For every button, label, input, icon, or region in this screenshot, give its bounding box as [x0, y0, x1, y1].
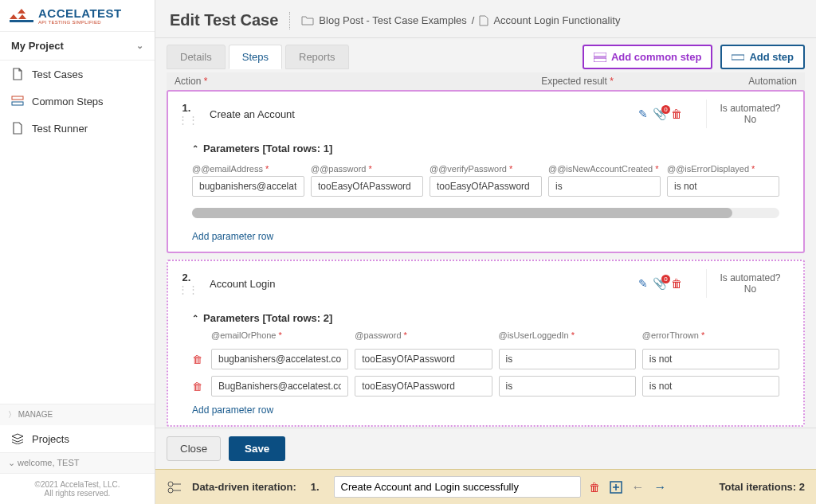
breadcrumb-item[interactable]: Blog Post - Test Case Examples: [319, 14, 466, 26]
sidebar-item-label: Test Cases: [32, 68, 83, 80]
tab-details[interactable]: Details: [167, 45, 226, 69]
sidebar-item-common-steps[interactable]: Common Steps: [0, 88, 155, 115]
save-button[interactable]: Save: [229, 436, 285, 461]
edit-icon[interactable]: ✎: [638, 277, 648, 290]
brand-name: ACCELATEST: [38, 6, 122, 20]
param-input-error[interactable]: [667, 176, 779, 197]
steps-icon: [11, 95, 24, 107]
sidebar-item-test-runner[interactable]: Test Runner: [0, 115, 155, 142]
runner-icon: [11, 122, 24, 135]
sidebar: ACCELATEST API TESTING SIMPLIFIED My Pro…: [0, 0, 155, 504]
param-input[interactable]: [642, 376, 779, 397]
prev-iteration-icon[interactable]: ←: [632, 480, 645, 494]
sidebar-item-label: Test Runner: [32, 123, 88, 135]
attachment-icon[interactable]: 📎0: [653, 107, 666, 120]
param-input-verify[interactable]: [430, 176, 542, 197]
param-input[interactable]: [642, 349, 779, 369]
param-input-created[interactable]: [548, 176, 661, 197]
parameters-toggle[interactable]: ⌃ Parameters [Total rows: 1]: [168, 136, 803, 161]
step-number: 2.: [182, 272, 191, 283]
breadcrumb-item[interactable]: Account Login Functionality: [493, 14, 620, 26]
iteration-number: 1.: [304, 479, 326, 495]
tab-steps[interactable]: Steps: [229, 45, 282, 69]
delete-row-icon[interactable]: 🗑: [192, 381, 205, 393]
iteration-total: Total iterations: 2: [720, 481, 805, 493]
drag-handle-icon[interactable]: ⋮⋮: [178, 114, 198, 126]
svg-rect-2: [594, 53, 606, 57]
footer-actions: Close Save: [155, 428, 816, 469]
horizontal-scrollbar[interactable]: [192, 208, 779, 218]
delete-iteration-icon[interactable]: 🗑: [589, 481, 600, 494]
step-icon: [732, 53, 744, 61]
iteration-label: Data-driven iteration:: [192, 481, 296, 493]
param-input[interactable]: [499, 349, 636, 369]
delete-icon[interactable]: 🗑: [671, 277, 682, 290]
logo: ACCELATEST API TESTING SIMPLIFIED: [0, 0, 155, 32]
svg-rect-3: [594, 58, 606, 62]
file-icon: [479, 15, 488, 26]
page-header: Edit Test Case Blog Post - Test Case Exa…: [155, 0, 816, 38]
drag-handle-icon[interactable]: ⋮⋮: [178, 283, 198, 295]
sidebar-item-label: Common Steps: [32, 96, 104, 107]
stack-icon: [11, 432, 24, 445]
copyright: ©2021 AccelaTest, LLC. All rights reserv…: [0, 473, 155, 504]
file-icon: [11, 68, 24, 80]
chevron-down-icon: ⌄: [136, 41, 143, 51]
param-input[interactable]: [211, 349, 348, 369]
delete-icon[interactable]: 🗑: [671, 107, 682, 120]
param-input[interactable]: [355, 376, 492, 397]
parameters-toggle[interactable]: ⌃ Parameters [Total rows: 2]: [168, 306, 803, 330]
step-card: 1. ⋮⋮ Create an Account ✎ 📎0 🗑 Is automa…: [167, 90, 805, 253]
add-iteration-icon[interactable]: [610, 481, 622, 494]
svg-rect-4: [732, 55, 744, 60]
param-input[interactable]: [355, 349, 492, 369]
sidebar-item-label: Projects: [32, 433, 69, 445]
param-input-password[interactable]: [311, 176, 423, 197]
page-title: Edit Test Case: [170, 11, 278, 29]
step-title: Account Login: [210, 278, 638, 290]
param-input-email[interactable]: [192, 176, 304, 197]
breadcrumb: Blog Post - Test Case Examples / Account…: [301, 14, 620, 26]
automation-status: Is automated? No: [706, 100, 794, 128]
param-input[interactable]: [499, 376, 636, 397]
brand-tagline: API TESTING SIMPLIFIED: [38, 20, 122, 25]
add-common-step-button[interactable]: Add common step: [583, 45, 712, 69]
chevron-up-icon: ⌃: [192, 144, 198, 153]
project-selector[interactable]: My Project ⌄: [0, 32, 155, 61]
iteration-name-input[interactable]: [334, 476, 581, 498]
folder-icon: [301, 15, 314, 25]
chevron-up-icon: ⌃: [192, 314, 198, 322]
manage-header[interactable]: 〉 MANAGE: [0, 404, 155, 425]
sidebar-item-projects[interactable]: Projects: [0, 425, 155, 452]
step-card: 2. ⋮⋮ Account Login ✎ 📎0 🗑 Is automated?…: [167, 260, 805, 427]
add-parameter-row-link[interactable]: Add parameter row: [168, 400, 803, 425]
svg-point-6: [168, 488, 173, 493]
delete-row-icon[interactable]: 🗑: [192, 354, 205, 365]
welcome-user[interactable]: ⌄ welcome, TEST: [0, 452, 155, 473]
svg-rect-0: [12, 96, 23, 100]
attachment-icon[interactable]: 📎0: [653, 277, 666, 290]
add-parameter-row-link[interactable]: Add parameter row: [168, 226, 803, 252]
sidebar-item-test-cases[interactable]: Test Cases: [0, 61, 155, 88]
automation-status: Is automated? No: [706, 269, 794, 298]
column-headers: Action * Expected result * Automation: [167, 72, 805, 90]
iteration-icon: [167, 480, 184, 494]
svg-point-5: [168, 482, 173, 486]
close-button[interactable]: Close: [167, 436, 221, 461]
step-title: Create an Account: [210, 108, 638, 120]
tabs: Details Steps Reports: [167, 45, 349, 69]
steps-icon: [594, 53, 606, 62]
add-step-button[interactable]: Add step: [720, 45, 805, 69]
param-input[interactable]: [211, 376, 348, 397]
next-iteration-icon[interactable]: →: [654, 480, 667, 494]
edit-icon[interactable]: ✎: [638, 107, 648, 120]
tab-reports[interactable]: Reports: [285, 45, 349, 69]
step-number: 1.: [182, 102, 191, 114]
svg-rect-1: [12, 102, 23, 105]
iteration-bar: Data-driven iteration: 1. 🗑 ← → Total it…: [155, 469, 816, 504]
